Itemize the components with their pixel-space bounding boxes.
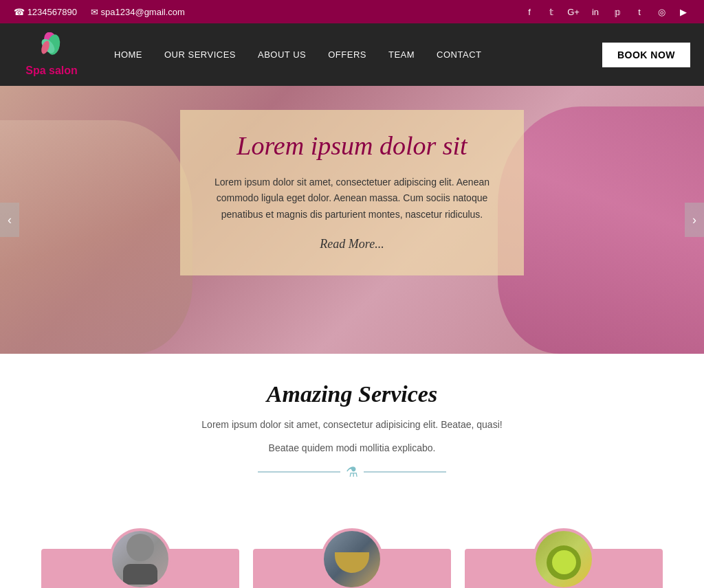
pinterest-icon[interactable]: 𝕡 xyxy=(610,5,624,19)
nav-about-us[interactable]: ABOUT US xyxy=(247,23,317,86)
person-head-icon xyxy=(126,534,154,561)
phone-value: 1234567890 xyxy=(28,7,77,17)
card-3-image xyxy=(533,528,595,588)
youtube-icon[interactable]: ▶ xyxy=(676,5,690,19)
service-card-1: Services Title 1 Dolor sit amet, consect… xyxy=(41,549,239,588)
service-card-2: Services Title 2 Dolor sit amet, consect… xyxy=(253,549,451,588)
linkedin-icon[interactable]: in xyxy=(588,5,602,19)
book-now-button[interactable]: BOOK NOW xyxy=(602,43,690,67)
googleplus-icon[interactable]: G+ xyxy=(566,5,580,19)
services-section-title: Amazing Services xyxy=(14,381,690,407)
facebook-icon[interactable]: f xyxy=(522,5,536,19)
services-section-desc-line1: Lorem ipsum dolor sit amet, consectetur … xyxy=(14,417,690,433)
services-divider: ⚗ xyxy=(14,464,690,480)
hero-next-arrow[interactable]: › xyxy=(685,203,704,237)
divider-line-right xyxy=(364,471,446,473)
nav-offers[interactable]: OFFERS xyxy=(317,23,377,86)
tumblr-icon[interactable]: t xyxy=(632,5,646,19)
bowl-icon xyxy=(335,552,369,573)
hero-text: Lorem ipsum dolor sit amet, consectetuer… xyxy=(208,174,496,223)
top-bar-contact: ☎ 1234567890 ✉ spa1234@gmail.com xyxy=(14,7,185,17)
hero-prev-arrow[interactable]: ‹ xyxy=(0,203,19,237)
divider-icon: ⚗ xyxy=(346,464,358,480)
hero-title: Lorem ipsum dolor sit xyxy=(208,131,496,162)
social-links[interactable]: f 𝕥 G+ in 𝕡 t ◎ ▶ xyxy=(522,5,690,19)
card-3-image-wrapper xyxy=(465,528,663,588)
top-bar: ☎ 1234567890 ✉ spa1234@gmail.com f 𝕥 G+ … xyxy=(0,0,704,23)
service-cards-container: Services Title 1 Dolor sit amet, consect… xyxy=(21,549,683,588)
hero-read-more-link[interactable]: Read More... xyxy=(320,237,384,251)
services-section-desc-line2: Beatae quidem modi mollitia explicabo. xyxy=(14,440,690,457)
hero-section: Lorem ipsum dolor sit Lorem ipsum dolor … xyxy=(0,86,704,354)
kiwi-icon xyxy=(547,545,581,580)
service-cards-wrapper: Services Title 1 Dolor sit amet, consect… xyxy=(0,514,704,588)
person-body-icon xyxy=(123,564,157,585)
twitter-icon[interactable]: 𝕥 xyxy=(544,5,558,19)
card-2-image xyxy=(321,528,383,588)
divider-line-left xyxy=(258,471,340,473)
email-value: spa1234@gmail.com xyxy=(101,7,185,17)
nav-contact[interactable]: CONTACT xyxy=(426,23,492,86)
logo-icon xyxy=(33,32,71,63)
hero-hands-right-decoration xyxy=(498,106,704,354)
card-1-image-wrapper xyxy=(41,528,239,588)
navbar: Spa salon HOME OUR SERVICES ABOUT US OFF… xyxy=(0,23,704,86)
hero-content-box: Lorem ipsum dolor sit Lorem ipsum dolor … xyxy=(180,110,524,275)
kiwi-inner-icon xyxy=(552,550,576,574)
phone-number: ☎ 1234567890 xyxy=(14,7,77,17)
instagram-icon[interactable]: ◎ xyxy=(654,5,668,19)
hero-hands-left-decoration xyxy=(0,120,192,354)
nav-our-services[interactable]: OUR SERVICES xyxy=(153,23,247,86)
nav-team[interactable]: TEAM xyxy=(377,23,426,86)
logo-area[interactable]: Spa salon xyxy=(14,25,103,84)
services-section: Amazing Services Lorem ipsum dolor sit a… xyxy=(0,354,704,514)
email-address: ✉ spa1234@gmail.com xyxy=(91,7,185,17)
nav-home[interactable]: HOME xyxy=(103,23,153,86)
card-1-image xyxy=(109,528,171,588)
nav-links: HOME OUR SERVICES ABOUT US OFFERS TEAM C… xyxy=(103,23,595,86)
card-2-image-wrapper xyxy=(253,528,451,588)
service-card-3: Services Title 3 Dolor sit amet, consect… xyxy=(465,549,663,588)
logo-text: Spa salon xyxy=(25,65,78,77)
